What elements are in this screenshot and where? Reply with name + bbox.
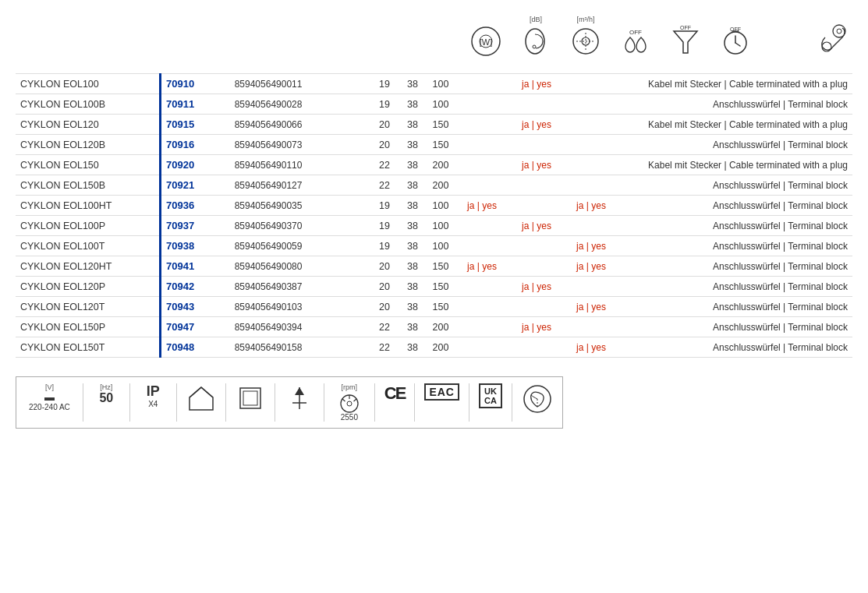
product-desc: Kabel mit Stecker | Cable terminated wit… <box>618 155 852 175</box>
product-desc: Anschlusswürfel | Terminal block <box>618 297 852 317</box>
clock-icon-group: OFF <box>717 23 753 59</box>
ja3-value <box>564 94 618 115</box>
power-value: 20 <box>370 256 399 277</box>
house-icon <box>186 383 216 413</box>
product-number: 70947 <box>161 317 227 337</box>
product-name: CYKLON EOL120T <box>16 297 161 317</box>
product-number: 70921 <box>161 175 227 196</box>
table-row: CYKLON EOL120HT 70941 8594056490080 20 3… <box>16 256 852 277</box>
product-desc: Kabel mit Stecker | Cable terminated wit… <box>618 115 852 135</box>
airflow-value: 150 <box>427 256 455 277</box>
product-ean: 8594056490073 <box>227 135 370 155</box>
rpm-value: 2550 <box>341 413 358 422</box>
ja1-value <box>455 337 509 358</box>
eac-icon-item: EAC <box>415 383 469 422</box>
eac-mark: EAC <box>424 383 459 401</box>
ja1-value <box>455 155 509 175</box>
product-table: CYKLON EOL100 70910 8594056490011 19 38 … <box>16 73 852 358</box>
power-value: 20 <box>370 277 399 297</box>
eco-icon-item <box>512 383 562 422</box>
ja1-value <box>455 94 509 115</box>
svg-rect-19 <box>243 391 257 405</box>
sound-value: 38 <box>399 297 427 317</box>
funnel-icon-group: OFF <box>668 23 703 59</box>
ce-icon-item: CE <box>375 383 416 422</box>
table-row: CYKLON EOL150 70920 8594056490110 22 38 … <box>16 155 852 175</box>
sound-value: 38 <box>399 74 427 94</box>
svg-marker-15 <box>190 387 213 410</box>
power-value: 19 <box>370 236 399 256</box>
product-number: 70910 <box>161 74 227 94</box>
eco-icon <box>522 383 553 415</box>
ja1-value <box>455 216 509 236</box>
product-desc: Anschlusswürfel | Terminal block <box>618 216 852 236</box>
product-ean: 8594056490387 <box>227 277 370 297</box>
product-name: CYKLON EOL120B <box>16 135 161 155</box>
product-name: CYKLON EOL100B <box>16 94 161 115</box>
sound-value: 38 <box>399 216 427 236</box>
ja2-value: ja | yes <box>509 115 564 135</box>
sound-value: 38 <box>399 115 427 135</box>
svg-marker-21 <box>295 387 304 395</box>
table-row: CYKLON EOL100T 70938 8594056490059 19 38… <box>16 236 852 256</box>
airflow-value: 150 <box>427 277 455 297</box>
ja1-value <box>455 317 509 337</box>
db-label: [dB] <box>530 16 542 23</box>
sound-value: 38 <box>399 135 427 155</box>
ja3-value: ja | yes <box>564 256 618 277</box>
power-value: 19 <box>370 94 399 115</box>
ip-value: IP <box>147 383 160 400</box>
power-value: 19 <box>370 216 399 236</box>
product-ean: 8594056490158 <box>227 337 370 358</box>
product-ean: 8594056490080 <box>227 256 370 277</box>
product-desc: Anschlusswürfel | Terminal block <box>618 94 852 115</box>
footer-bar: [V] ▬ 220-240 AC [Hz] 50 IP X4 <box>16 376 852 429</box>
product-name: CYKLON EOL120P <box>16 277 161 297</box>
ja3-value: ja | yes <box>564 337 618 358</box>
product-ean: 8594056490028 <box>227 94 370 115</box>
sound-value: 38 <box>399 277 427 297</box>
product-ean: 8594056490394 <box>227 317 370 337</box>
power-value: 20 <box>370 297 399 317</box>
power-icon: [W] <box>468 23 504 59</box>
power-value: 19 <box>370 196 399 216</box>
hz-value: 50 <box>99 391 113 405</box>
ja3-value <box>564 317 618 337</box>
voltage-item: [V] ▬ 220-240 AC <box>16 383 83 422</box>
product-ean: 8594056490110 <box>227 155 370 175</box>
sound-value: 38 <box>399 175 427 196</box>
sound-value: 38 <box>399 155 427 175</box>
svg-line-16 <box>190 387 201 397</box>
sound-value: 38 <box>399 94 427 115</box>
table-row: CYKLON EOL100HT 70936 8594056490035 19 3… <box>16 196 852 216</box>
svg-text:OFF: OFF <box>629 29 642 36</box>
power-value: 20 <box>370 135 399 155</box>
product-desc: Anschlusswürfel | Terminal block <box>618 175 852 196</box>
product-desc: Anschlusswürfel | Terminal block <box>618 236 852 256</box>
svg-point-24 <box>347 401 352 406</box>
ja2-value <box>509 236 564 256</box>
product-number: 70915 <box>161 115 227 135</box>
product-number: 70920 <box>161 155 227 175</box>
product-number: 70916 <box>161 135 227 155</box>
ja2-value <box>509 337 564 358</box>
timer1-icon: OFF <box>618 23 654 59</box>
sound-icon <box>518 23 554 59</box>
sound-value: 38 <box>399 196 427 216</box>
ja3-value <box>564 115 618 135</box>
ip-sub: X4 <box>148 400 158 408</box>
power-icon-group: [W] <box>468 23 504 59</box>
voltage-value: ▬ <box>44 391 55 403</box>
svg-marker-8 <box>674 31 697 53</box>
airflow-value: 100 <box>427 74 455 94</box>
ja2-value <box>509 256 564 277</box>
ja1-value <box>455 74 509 94</box>
table-row: CYKLON EOL100B 70911 8594056490028 19 38… <box>16 94 852 115</box>
product-name: CYKLON EOL100P <box>16 216 161 236</box>
table-row: CYKLON EOL120B 70916 8594056490073 20 38… <box>16 135 852 155</box>
ja2-value <box>509 135 564 155</box>
product-desc: Anschlusswürfel | Terminal block <box>618 256 852 277</box>
sound-value: 38 <box>399 256 427 277</box>
airflow-value: 150 <box>427 115 455 135</box>
table-row: CYKLON EOL100P 70937 8594056490370 19 38… <box>16 216 852 236</box>
